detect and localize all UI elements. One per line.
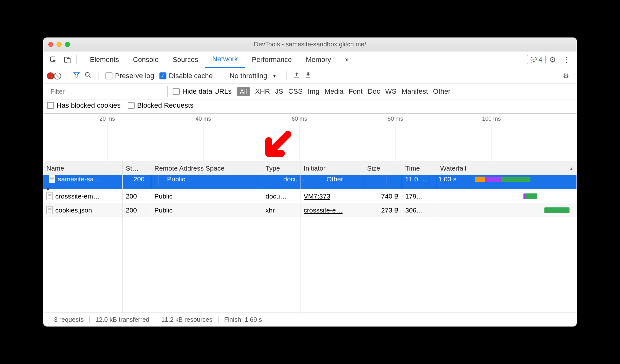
settings-icon[interactable]: ⚙ xyxy=(546,55,560,64)
filter-type-media[interactable]: Media xyxy=(325,87,344,96)
device-toggle-icon[interactable] xyxy=(60,56,74,64)
file-icon xyxy=(46,192,53,200)
table-row[interactable]: cookies.json200Publicxhrcrosssite-e…273 … xyxy=(43,203,577,217)
filter-type-xhr[interactable]: XHR xyxy=(255,87,270,96)
inspect-icon[interactable] xyxy=(46,56,60,64)
status-finish: Finish: 1.69 s xyxy=(219,316,268,323)
annotation-arrow-icon xyxy=(259,131,294,163)
timeline-ticks: 20 ms 40 ms 60 ms 80 ms 100 ms xyxy=(43,114,577,123)
throttling-value: No throttling xyxy=(230,72,267,80)
timeline-tick: 80 ms xyxy=(388,116,403,122)
filter-type-font[interactable]: Font xyxy=(349,87,363,96)
tab-performance[interactable]: Performance xyxy=(245,51,299,68)
throttling-select[interactable]: No throttling xyxy=(227,71,279,81)
tab-console[interactable]: Console xyxy=(126,51,166,68)
hide-data-urls-toggle[interactable]: Hide data URLs xyxy=(173,87,232,96)
checkbox-icon xyxy=(47,102,54,109)
filter-type-other[interactable]: Other xyxy=(433,87,450,96)
filter-type-all[interactable]: All xyxy=(237,87,250,96)
svg-point-3 xyxy=(85,72,89,76)
table-row[interactable]: samesite-sa…200Publicdocu…Other11.0 …1.0… xyxy=(43,175,577,189)
cell-status: 200 xyxy=(123,203,151,217)
cell-size: 740 B xyxy=(364,189,402,203)
kebab-icon[interactable]: ⋮ xyxy=(560,55,574,64)
download-icon[interactable] xyxy=(305,72,311,80)
tab-elements[interactable]: Elements xyxy=(83,51,126,68)
checkbox-icon xyxy=(128,102,135,109)
tab-memory[interactable]: Memory xyxy=(299,51,338,68)
cell-name: crosssite-em… xyxy=(43,189,123,203)
has-blocked-cookies-toggle[interactable]: Has blocked cookies xyxy=(47,101,121,110)
cell-size: 273 B xyxy=(364,203,402,217)
issues-chip[interactable]: 4 xyxy=(527,55,546,64)
timeline-tick: 100 ms xyxy=(482,116,501,122)
filter-type-img[interactable]: Img xyxy=(308,87,320,96)
panel-tabs: Elements Console Sources Network Perform… xyxy=(83,51,356,68)
devtools-window: DevTools - samesite-sandbox.glitch.me/ E… xyxy=(43,37,577,327)
window-titlebar: DevTools - samesite-sandbox.glitch.me/ xyxy=(43,37,577,51)
window-title: DevTools - samesite-sandbox.glitch.me/ xyxy=(43,41,577,48)
cell-remote: Public xyxy=(151,203,262,217)
cell-time: 1.03 s xyxy=(435,173,470,185)
filter-input[interactable] xyxy=(47,86,168,97)
timeline-tick: 40 ms xyxy=(195,116,211,122)
divider xyxy=(286,71,286,80)
filter-type-doc[interactable]: Doc xyxy=(368,87,380,96)
initiator-link[interactable]: crosssite-e… xyxy=(304,206,343,214)
cell-name: cookies.json xyxy=(43,203,123,217)
requests-table: Name St… Remote Address Space Type Initi… xyxy=(43,161,577,313)
network-settings-icon[interactable]: ⚙ xyxy=(559,72,573,80)
cell-initiator: Other xyxy=(327,175,343,183)
upload-icon[interactable] xyxy=(293,72,300,80)
has-blocked-cookies-label: Has blocked cookies xyxy=(57,101,121,110)
filter-type-css[interactable]: CSS xyxy=(288,87,303,96)
cell-status: 200 xyxy=(123,189,151,203)
cell-initiator-wrap: VM7:373 xyxy=(300,189,364,203)
cell-type: xhr xyxy=(262,203,300,217)
divider xyxy=(76,55,77,64)
tab-sources[interactable]: Sources xyxy=(165,51,205,68)
tab-network[interactable]: Network xyxy=(205,51,245,68)
filter-icon[interactable] xyxy=(73,72,80,80)
svg-rect-2 xyxy=(67,58,70,63)
preserve-log-toggle[interactable]: Preserve log xyxy=(105,72,154,80)
divider xyxy=(66,71,66,80)
timeline-overview[interactable]: 20 ms 40 ms 60 ms 80 ms 100 ms xyxy=(43,114,577,161)
cell-waterfall xyxy=(437,189,577,203)
blocked-requests-label: Blocked Requests xyxy=(137,101,193,110)
status-requests: 3 requests xyxy=(48,316,90,323)
divider xyxy=(220,71,220,80)
cell-initiator-wrap: crosssite-e… xyxy=(300,203,364,217)
extra-filter-row: Has blocked cookies Blocked Requests xyxy=(43,99,577,114)
checkbox-icon xyxy=(105,72,112,79)
timeline-tick: 60 ms xyxy=(292,116,307,122)
tab-more[interactable]: » xyxy=(338,51,356,68)
disable-cache-toggle[interactable]: Disable cache xyxy=(159,72,213,80)
blocked-requests-toggle[interactable]: Blocked Requests xyxy=(128,101,193,110)
timeline-tick: 20 ms xyxy=(99,116,115,122)
cell-time: 179… xyxy=(402,189,437,203)
hide-data-urls-label: Hide data URLs xyxy=(182,87,232,96)
cell-waterfall xyxy=(437,203,577,217)
filter-type-ws[interactable]: WS xyxy=(385,87,396,96)
table-row[interactable]: crosssite-em…200Publicdocu…VM7:373740 B1… xyxy=(43,189,577,203)
filter-row: Hide data URLs All XHR JS CSS Img Media … xyxy=(43,84,577,99)
issues-count: 4 xyxy=(539,56,542,63)
cell-initiator-wrap: Other xyxy=(323,173,387,185)
file-icon xyxy=(49,175,55,183)
divider xyxy=(98,71,98,80)
checkbox-checked-icon xyxy=(159,72,166,79)
record-button[interactable] xyxy=(47,72,54,79)
table-body: samesite-sa…200Publicdocu…Other11.0 …1.0… xyxy=(43,175,577,313)
cell-waterfall xyxy=(475,177,574,182)
cell-type: docu… xyxy=(262,189,300,203)
filter-type-js[interactable]: JS xyxy=(275,87,283,96)
disable-cache-label: Disable cache xyxy=(169,72,213,80)
checkbox-icon xyxy=(173,88,180,95)
filter-type-manifest[interactable]: Manifest xyxy=(401,87,428,96)
cell-remote: Public xyxy=(164,173,275,185)
network-toolbar: ⃠ Preserve log Disable cache No throttli… xyxy=(43,68,577,84)
initiator-link[interactable]: VM7:373 xyxy=(304,192,330,200)
search-icon[interactable] xyxy=(85,72,91,80)
status-transferred: 12.0 kB transferred xyxy=(90,316,155,323)
